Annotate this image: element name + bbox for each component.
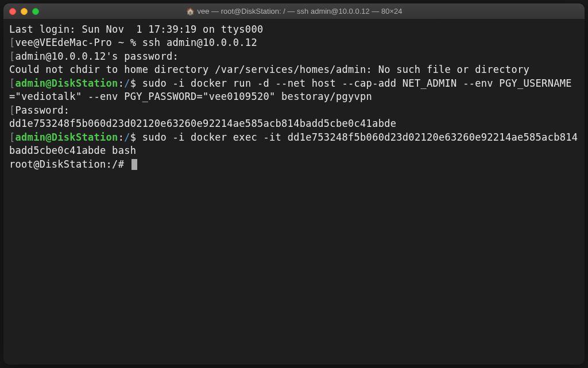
prompt-symbol: $ <box>130 78 142 89</box>
last-login-text: Last login: Sun Nov 1 17:39:19 on ttys00… <box>9 24 263 35</box>
bracket-open: [ <box>9 37 16 48</box>
password-prompt: admin@10.0.0.12's password: <box>16 51 179 62</box>
terminal-window: 🏠 vee — root@DiskStation: / — ssh admin@… <box>3 3 585 365</box>
local-prompt: vee@VEEdeMac-Pro ~ % <box>16 37 142 48</box>
maximize-button[interactable] <box>32 8 39 15</box>
colon: : <box>118 78 125 89</box>
root-prompt: root@DiskStation:/# <box>9 158 130 170</box>
remote-user-host: admin@DiskStation <box>16 131 118 143</box>
colon: : <box>118 131 125 143</box>
bracket-open: [ <box>9 78 16 89</box>
terminal-content[interactable]: Last login: Sun Nov 1 17:39:19 on ttys00… <box>3 20 585 365</box>
remote-path: / <box>124 78 130 89</box>
traffic-lights <box>9 8 39 15</box>
window-title-text: vee — root@DiskStation: / — ssh admin@10… <box>198 7 403 16</box>
password-label: Password: <box>16 104 70 116</box>
bracket-open: [ <box>9 104 16 116</box>
bracket-open: [ <box>9 131 16 143</box>
window-titlebar[interactable]: 🏠 vee — root@DiskStation: / — ssh admin@… <box>3 3 585 20</box>
remote-path: / <box>124 131 130 143</box>
minimize-button[interactable] <box>21 8 28 15</box>
prompt-symbol: $ <box>130 131 142 143</box>
window-title: 🏠 vee — root@DiskStation: / — ssh admin@… <box>9 7 579 16</box>
bracket-open: [ <box>9 51 16 62</box>
cursor <box>131 159 137 170</box>
chdir-error: Could not chdir to home directory /var/s… <box>9 64 529 75</box>
ssh-command: ssh admin@10.0.0.12 <box>142 37 257 48</box>
remote-user-host: admin@DiskStation <box>16 78 118 89</box>
container-id-output: dd1e753248f5b060d23d02120e63260e92214ae5… <box>9 118 396 129</box>
close-button[interactable] <box>9 8 16 15</box>
home-icon: 🏠 <box>186 7 195 16</box>
